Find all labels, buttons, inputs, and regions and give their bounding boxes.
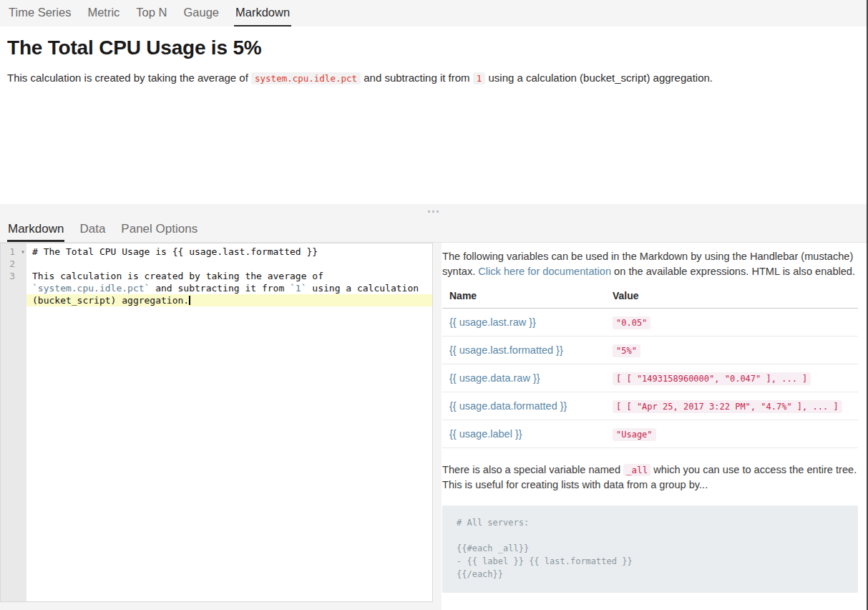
documentation-link[interactable]: Click here for documentation [478,266,611,277]
variables-table: Name Value {{ usage.last.raw }} "0.05" {… [442,284,858,448]
panel-resize-row [0,204,867,218]
special-variable-note: There is also a special variable named _… [442,463,858,493]
editor-text-area[interactable]: # The Total CPU Usage is {{ usage.last.f… [26,243,432,601]
editor-line: # The Total CPU Usage is {{ usage.last.f… [26,246,432,258]
inline-code-field: system.cpu.idle.pct [251,72,361,84]
tab-gauge[interactable]: Gauge [182,0,220,26]
variable-value: "0.05" [613,316,650,329]
variable-value: "Usage" [613,428,656,441]
fold-arrow-icon[interactable]: ▾ [21,246,25,258]
gutter-line-3-wrap [1,282,26,294]
variable-link[interactable]: {{ usage.label }} [449,428,522,440]
variable-link[interactable]: {{ usage.last.formatted }} [449,344,563,356]
column-header-value: Value [605,284,858,309]
editor-gutter: 1▾ 2 3 [1,243,26,601]
markdown-code-editor[interactable]: 1▾ 2 3 # The Total CPU Usage is {{ usage… [0,243,433,602]
code-line [457,529,844,542]
gutter-line-3: 3 [1,270,26,282]
tab-time-series[interactable]: Time Series [7,0,72,26]
help-intro-text: on the available expressions. HTML is al… [611,266,855,277]
preview-description: This calculation is created by taking th… [7,72,859,84]
line-number: 2 [9,258,15,269]
line-number: 1 [9,246,15,257]
variables-help-panel: The following variables can be used in t… [442,243,867,610]
panel-tab-data[interactable]: Data [79,218,106,242]
panel-tab-panel-options[interactable]: Panel Options [120,218,198,242]
table-row: {{ usage.last.raw }} "0.05" [442,309,858,337]
editor-text: using a calculation [307,283,419,294]
code-line: - {{ label }} {{ last.formatted }} [457,555,844,568]
description-text: using a calculation (bucket_script) aggr… [485,72,713,84]
table-row: {{ usage.label }} "Usage" [442,420,858,448]
resize-handle-icon[interactable] [428,210,439,213]
markdown-preview-pane: The Total CPU Usage is 5% This calculati… [0,26,867,204]
tab-metric[interactable]: Metric [86,0,121,26]
inline-code-one: 1 [473,72,486,84]
example-code-block: # All servers: {{#each _all}} - {{ label… [442,505,858,593]
editor-panel: Markdown Data Panel Options 1▾ 2 3 # The… [0,204,867,610]
code-line: # All servers: [457,516,844,529]
editor-line: This calculation is created by taking th… [26,270,432,282]
editor-active-line: (bucket_script) aggregation. [26,294,432,306]
editor-line: `system.cpu.idle.pct` and subtracting it… [26,282,432,294]
variable-value: "5%" [613,344,640,357]
panel-content: 1▾ 2 3 # The Total CPU Usage is {{ usage… [0,243,867,610]
table-row: {{ usage.last.formatted }} "5%" [442,337,858,364]
variable-value: [ [ "1493158960000", "0.047" ], ... ] [613,372,811,385]
variable-link[interactable]: {{ usage.data.formatted }} [449,400,567,412]
gutter-line-3-wrap [1,294,26,306]
code-line: {{/each}} [457,568,844,581]
code-line: {{#each _all}} [457,542,844,555]
description-text: This calculation is created by taking th… [7,72,251,84]
variable-link[interactable]: {{ usage.last.raw }} [449,316,536,328]
all-variable-code: _all [623,464,650,476]
visualization-type-tabs: Time Series Metric Top N Gauge Markdown [0,0,867,26]
inline-backtick-code: `1` [290,283,306,294]
variable-link[interactable]: {{ usage.data.raw }} [449,372,540,384]
help-intro: The following variables can be used in t… [442,249,858,279]
preview-title: The Total CPU Usage is 5% [7,37,859,59]
note-text: There is also a special variable named [442,464,623,475]
tsvb-visual-builder: Time Series Metric Top N Gauge Markdown … [0,0,868,610]
editor-text: (bucket_script) aggregation. [32,295,189,306]
inline-backtick-code: `system.cpu.idle.pct` [32,283,150,294]
gutter-line-1: 1▾ [1,246,26,258]
description-text: and subtracting it from [361,72,473,84]
column-header-name: Name [442,284,605,309]
line-number: 3 [9,271,15,281]
table-row: {{ usage.data.raw }} [ [ "1493158960000"… [442,364,858,392]
table-row: {{ usage.data.formatted }} [ [ "Apr 25, … [442,392,858,420]
gutter-line-2: 2 [1,258,26,270]
panel-tabs: Markdown Data Panel Options [0,218,867,243]
table-header-row: Name Value [442,284,858,309]
text-cursor [189,296,190,305]
tab-top-n[interactable]: Top N [135,0,168,26]
panel-tab-markdown[interactable]: Markdown [7,218,64,242]
editor-text: and subtracting it from [150,283,290,294]
tab-markdown[interactable]: Markdown [234,0,291,26]
editor-line [26,258,432,270]
variable-value: [ [ "Apr 25, 2017 3:22 PM", "4.7%" ], ..… [613,400,842,413]
